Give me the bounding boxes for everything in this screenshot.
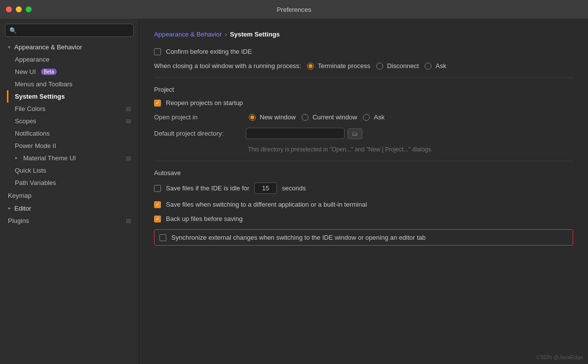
sidebar-item-appearance[interactable]: Appearance <box>7 53 139 66</box>
main-content: Appearance & Behavior › System Settings … <box>139 19 588 364</box>
breadcrumb-separator: › <box>225 31 227 38</box>
scopes-icon: ▤ <box>126 118 131 124</box>
radio-terminate[interactable] <box>307 63 314 70</box>
sidebar-item-notifications[interactable]: Notifications <box>7 127 139 140</box>
sidebar-item-plugins[interactable]: Plugins ▤ <box>0 215 139 227</box>
divider-2 <box>154 161 573 161</box>
close-tool-window-row: When closing a tool window with a runnin… <box>154 62 573 70</box>
label-ask-close: Ask <box>435 62 446 70</box>
reopen-projects-checkbox[interactable] <box>154 100 161 107</box>
sidebar: 🔍 ▾ Appearance & Behavior Appearance New… <box>0 19 139 364</box>
radio-new-window[interactable] <box>249 114 256 121</box>
autosave-section-title: Autosave <box>154 169 573 177</box>
minimize-button[interactable] <box>16 6 22 12</box>
watermark: CSDN @JavaEdge <box>537 354 583 360</box>
new-ui-badge: Beta <box>41 69 57 75</box>
open-project-row: Open project in New window Current windo… <box>154 113 573 121</box>
backup-saving-row: Back up files before saving <box>154 215 573 222</box>
default-project-dir-label: Default project directory: <box>154 130 243 137</box>
window-controls <box>6 6 32 12</box>
chevron-right-icon: ▾ <box>13 157 19 159</box>
sync-external-checkbox[interactable] <box>159 234 166 241</box>
open-project-label: Open project in <box>154 113 243 121</box>
save-idle-label-pre: Save files if the IDE is idle for <box>166 184 249 192</box>
sidebar-item-material-theme[interactable]: ▾ Material Theme UI ▤ <box>7 152 139 164</box>
sidebar-item-appearance-behavior[interactable]: ▾ Appearance & Behavior <box>0 41 139 53</box>
search-box[interactable]: 🔍 <box>5 24 134 37</box>
save-idle-checkbox[interactable] <box>154 185 161 192</box>
close-button[interactable] <box>6 6 12 12</box>
sidebar-item-menus-toolbars[interactable]: Menus and Toolbars <box>7 78 139 90</box>
default-project-dir-input[interactable] <box>246 128 345 139</box>
default-project-dir-row: Default project directory: 🗂 <box>154 128 573 139</box>
editor-chevron-icon: ▾ <box>6 207 12 210</box>
save-switching-label: Save files when switching to a different… <box>166 201 367 208</box>
maximize-button[interactable] <box>26 6 32 12</box>
backup-saving-checkbox[interactable] <box>154 216 161 222</box>
save-idle-input[interactable] <box>254 182 277 194</box>
plugins-icon: ▤ <box>126 218 131 224</box>
label-disconnect: Disconnect <box>387 62 419 70</box>
confirm-exit-row: Confirm before exiting the IDE <box>154 48 573 55</box>
reopen-projects-row: Reopen projects on startup <box>154 99 573 107</box>
save-idle-row: Save files if the IDE is idle for second… <box>154 182 573 194</box>
titlebar: Preferences <box>0 0 588 19</box>
reopen-projects-label: Reopen projects on startup <box>166 99 243 107</box>
save-switching-row: Save files when switching to a different… <box>154 201 573 208</box>
radio-ask-close[interactable] <box>425 63 431 70</box>
window-title: Preferences <box>276 6 311 13</box>
divider-1 <box>154 77 573 78</box>
label-current-window: Current window <box>313 113 357 121</box>
search-input[interactable] <box>20 27 129 34</box>
folder-browse-button[interactable]: 🗂 <box>348 128 362 139</box>
save-switching-checkbox[interactable] <box>154 201 161 208</box>
sidebar-item-path-variables[interactable]: Path Variables <box>7 177 139 189</box>
close-tool-window-label: When closing a tool window with a runnin… <box>154 62 301 70</box>
confirm-exit-label: Confirm before exiting the IDE <box>166 48 252 55</box>
save-idle-label-post: seconds <box>282 184 306 192</box>
sidebar-item-file-colors[interactable]: File Colors ▤ <box>7 103 139 115</box>
breadcrumb-current: System Settings <box>230 31 280 38</box>
sidebar-item-new-ui[interactable]: New UI Beta <box>7 66 139 78</box>
radio-current-window[interactable] <box>302 114 309 121</box>
sidebar-item-keymap[interactable]: Keymap <box>0 189 139 202</box>
material-theme-icon: ▤ <box>126 155 131 161</box>
backup-saving-label: Back up files before saving <box>166 215 242 222</box>
breadcrumb: Appearance & Behavior › System Settings <box>154 31 573 38</box>
file-colors-icon: ▤ <box>126 106 131 112</box>
chevron-down-icon: ▾ <box>8 44 10 50</box>
sidebar-item-power-mode[interactable]: Power Mode II <box>7 140 139 152</box>
label-terminate: Terminate process <box>318 62 370 70</box>
label-new-window: New window <box>260 113 296 121</box>
sync-external-label: Synchronize external changes when switch… <box>171 234 426 241</box>
label-ask-open: Ask <box>374 113 385 121</box>
dir-hint: This directory is preselected in "Open..… <box>154 146 573 153</box>
sidebar-item-quick-lists[interactable]: Quick Lists <box>7 164 139 177</box>
sidebar-item-scopes[interactable]: Scopes ▤ <box>7 115 139 127</box>
sidebar-item-editor[interactable]: ▾ Editor <box>0 202 139 215</box>
confirm-exit-checkbox[interactable] <box>154 48 161 55</box>
sidebar-item-system-settings[interactable]: System Settings <box>7 90 139 103</box>
breadcrumb-parent[interactable]: Appearance & Behavior <box>154 31 222 38</box>
radio-disconnect[interactable] <box>376 63 383 70</box>
search-icon: 🔍 <box>9 27 17 34</box>
sync-external-row: Synchronize external changes when switch… <box>154 229 573 246</box>
radio-ask-open[interactable] <box>363 114 370 121</box>
project-section-title: Project <box>154 86 573 93</box>
